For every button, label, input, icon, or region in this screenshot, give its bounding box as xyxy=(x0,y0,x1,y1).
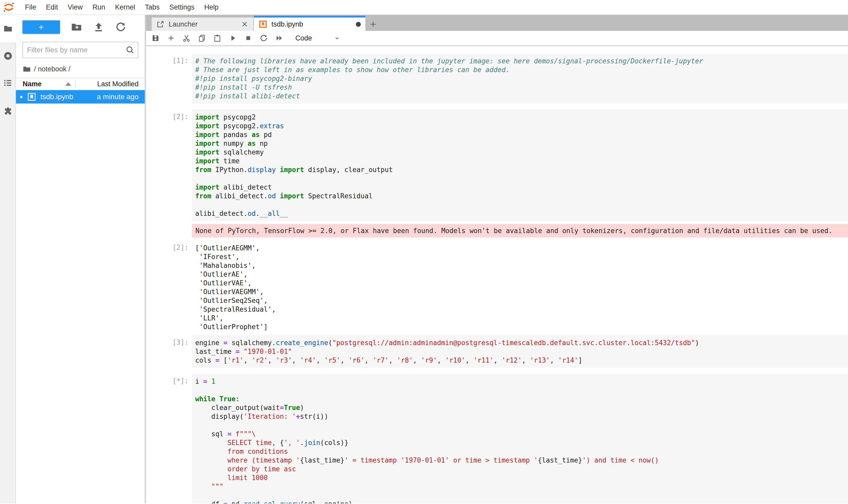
code-line: 'OutlierAE', xyxy=(195,270,848,278)
code-line: 'OutlierSeq2Seq', xyxy=(195,296,848,305)
code-line: import psycopg2 xyxy=(195,113,848,122)
code-line: import alibi_detect xyxy=(195,183,848,192)
code-line: clear_output(wait=True) xyxy=(195,403,848,412)
menu-run[interactable]: Run xyxy=(88,3,110,11)
code-line: import pandas as pd xyxy=(195,130,848,139)
home-folder-icon xyxy=(23,65,31,73)
paste-cells-button[interactable] xyxy=(212,33,223,44)
code-line: import sqlalchemy xyxy=(195,148,848,157)
code-line: #!pip install alibi-detect xyxy=(195,92,848,101)
column-name-header[interactable]: Name xyxy=(23,80,42,88)
running-kernels-icon[interactable] xyxy=(3,51,13,60)
input-prompt: [3]: xyxy=(152,335,192,368)
input-prompt: [1]: xyxy=(152,54,192,104)
input-prompt xyxy=(152,224,192,237)
interrupt-kernel-button[interactable] xyxy=(242,33,254,44)
breadcrumb[interactable]: / notebook / xyxy=(23,64,145,75)
code-editor[interactable]: # The following libraries have already b… xyxy=(192,54,848,104)
code-line xyxy=(195,491,848,500)
code-line: alibi_detect.od.__all__ xyxy=(195,209,848,218)
extensions-icon[interactable] xyxy=(3,106,13,115)
tab-launcher[interactable]: Launcher xyxy=(152,18,254,31)
menu-file[interactable]: File xyxy=(20,3,41,11)
code-line: 'OutlierProphet'] xyxy=(195,322,848,331)
new-launcher-button[interactable]: + xyxy=(22,20,60,34)
file-list-header: Name Last Modified xyxy=(16,78,145,90)
input-prompt: [2]: xyxy=(152,110,192,221)
output-prompt: [2]: xyxy=(152,240,192,331)
refresh-file-list-button[interactable] xyxy=(115,21,126,33)
cell-row: [2]:import psycopg2import psycopg2.extra… xyxy=(152,110,848,221)
column-modified-header[interactable]: Last Modified xyxy=(97,80,139,88)
upload-button[interactable] xyxy=(93,21,104,33)
menu-help[interactable]: Help xyxy=(199,3,223,11)
restart-run-all-button[interactable] xyxy=(273,33,285,44)
menu-bar: FileEditViewRunKernelTabsSettingsHelp xyxy=(0,0,848,15)
code-editor[interactable]: import psycopg2import psycopg2.extrasimp… xyxy=(192,110,848,221)
table-of-contents-icon[interactable] xyxy=(3,78,13,88)
code-line: from alibi_detect.od import SpectralResi… xyxy=(195,192,848,200)
code-line: SELECT time, {', '.join(cols)} xyxy=(195,438,848,447)
code-line: cols = ['r1', 'r2', 'r3', 'r4', 'r5', 'r… xyxy=(195,356,848,365)
code-editor[interactable]: engine = sqlalchemy.create_engine("postg… xyxy=(192,335,848,368)
menu-settings[interactable]: Settings xyxy=(165,3,200,11)
code-line: from conditions xyxy=(195,447,848,456)
activity-bar xyxy=(0,15,16,503)
code-line xyxy=(195,421,848,430)
file-row-tsdb-ipynb[interactable]: tsdb.ipynb a minute ago xyxy=(16,90,145,104)
input-prompt: [*]: xyxy=(152,374,192,503)
cut-cells-button[interactable] xyxy=(181,33,192,44)
code-line: 'Mahalanobis', xyxy=(195,261,848,270)
notebook-tab-icon xyxy=(258,20,267,29)
file-browser-icon[interactable] xyxy=(3,24,13,33)
notebook-file-icon xyxy=(27,92,36,102)
run-cell-button[interactable] xyxy=(227,33,239,44)
cell-row: [*]:i = 1 while True: clear_output(wait=… xyxy=(152,374,848,503)
breadcrumb-path: / notebook / xyxy=(34,65,70,73)
main-dock-panel: Launcher tsdb.ipynb xyxy=(146,15,848,503)
copy-cells-button[interactable] xyxy=(196,33,208,44)
cell-row: [1]:# The following libraries have alrea… xyxy=(152,54,848,104)
jupyter-logo xyxy=(3,2,14,13)
insert-cell-button[interactable] xyxy=(165,33,177,44)
code-line: import time xyxy=(195,157,848,165)
code-line: ['OutlierAEGMM', xyxy=(195,244,848,252)
code-line: #!pip install -U tsfresh xyxy=(195,83,848,92)
menu-tabs[interactable]: Tabs xyxy=(140,3,165,11)
code-line: sql = f"""\ xyxy=(195,430,848,438)
code-line: # The following libraries have already b… xyxy=(195,57,848,66)
save-button[interactable] xyxy=(150,33,161,44)
code-line xyxy=(195,174,848,183)
close-tab-icon[interactable] xyxy=(240,20,249,28)
code-line: #!pip install psycopg2-binary xyxy=(195,74,848,83)
chevron-down-icon[interactable] xyxy=(333,34,341,42)
menu-view[interactable]: View xyxy=(63,3,88,11)
code-line: 'OutlierVAEGMM', xyxy=(195,287,848,296)
dock-tab-bar: Launcher tsdb.ipynb xyxy=(146,15,848,31)
filter-files-box xyxy=(22,42,138,58)
new-tab-button[interactable] xyxy=(365,18,381,31)
stderr-output: None of PyTorch, TensorFlow >= 2.0, or F… xyxy=(192,224,848,237)
cell-row: [3]:engine = sqlalchemy.create_engine("p… xyxy=(152,335,848,368)
file-browser-panel: + / note xyxy=(16,15,146,503)
code-line xyxy=(195,386,848,395)
filter-files-input[interactable] xyxy=(23,46,125,54)
cell-type-select[interactable]: Code xyxy=(295,34,312,42)
new-folder-button[interactable] xyxy=(71,21,82,33)
notebook-cells: [1]:# The following libraries have alrea… xyxy=(146,46,848,503)
code-editor[interactable]: i = 1 while True: clear_output(wait=True… xyxy=(192,374,848,503)
cell-row: None of PyTorch, TensorFlow >= 2.0, or F… xyxy=(152,224,848,237)
menu-edit[interactable]: Edit xyxy=(41,3,63,11)
code-line: """ xyxy=(195,482,848,491)
code-line: 'LLR', xyxy=(195,314,848,322)
tab-tsdb-ipynb[interactable]: tsdb.ipynb xyxy=(254,18,365,31)
notebook-toolbar: Code xyxy=(146,31,848,46)
code-line: 'IForest', xyxy=(195,252,848,261)
tab-notebook-label: tsdb.ipynb xyxy=(271,20,303,28)
sort-ascending-icon xyxy=(66,82,71,86)
restart-kernel-button[interactable] xyxy=(258,33,270,44)
unsaved-changes-dot[interactable] xyxy=(356,22,361,27)
file-modified: a minute ago xyxy=(97,93,139,101)
menu-kernel[interactable]: Kernel xyxy=(110,3,140,11)
code-line: from IPython.display import display, cle… xyxy=(195,165,848,174)
